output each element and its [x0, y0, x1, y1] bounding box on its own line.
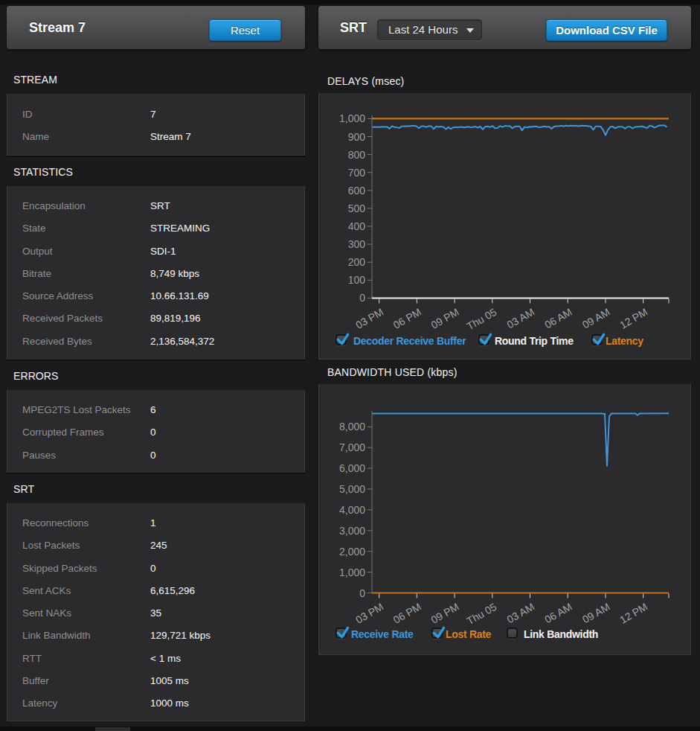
svg-text:200: 200 [348, 256, 366, 268]
svg-text:03 AM: 03 AM [505, 601, 536, 626]
svg-text:03 PM: 03 PM [353, 601, 385, 626]
svg-text:09 AM: 09 AM [580, 601, 611, 626]
svg-text:03 PM: 03 PM [353, 306, 385, 331]
svg-text:6,000: 6,000 [339, 462, 365, 474]
svg-text:3,000: 3,000 [339, 525, 365, 537]
svg-text:09 PM: 09 PM [429, 306, 461, 331]
svg-text:Thu 05: Thu 05 [465, 601, 499, 628]
svg-text:1,000: 1,000 [339, 566, 365, 578]
svg-text:2,000: 2,000 [339, 546, 365, 558]
svg-text:7,000: 7,000 [339, 441, 365, 453]
svg-text:600: 600 [348, 185, 366, 197]
svg-text:0: 0 [359, 292, 365, 304]
svg-text:4,000: 4,000 [339, 504, 365, 516]
svg-text:06 PM: 06 PM [391, 306, 423, 331]
svg-text:09 PM: 09 PM [429, 601, 461, 626]
svg-text:100: 100 [348, 274, 366, 286]
svg-text:400: 400 [348, 220, 366, 232]
svg-text:0: 0 [359, 587, 365, 599]
svg-text:500: 500 [348, 202, 366, 214]
svg-text:5,000: 5,000 [339, 483, 365, 495]
svg-text:800: 800 [348, 149, 366, 161]
svg-text:06 AM: 06 AM [542, 306, 574, 331]
svg-text:09 AM: 09 AM [580, 306, 611, 331]
svg-text:12 PM: 12 PM [617, 306, 649, 331]
svg-text:12 PM: 12 PM [617, 601, 649, 626]
svg-text:Thu 05: Thu 05 [465, 306, 499, 333]
svg-text:700: 700 [348, 167, 366, 179]
svg-text:8,000: 8,000 [339, 421, 365, 432]
svg-text:06 PM: 06 PM [391, 601, 423, 626]
svg-text:03 AM: 03 AM [505, 306, 536, 331]
svg-text:1,000: 1,000 [339, 112, 365, 124]
svg-text:300: 300 [348, 238, 366, 250]
svg-text:900: 900 [348, 131, 366, 143]
svg-text:06 AM: 06 AM [542, 601, 574, 626]
